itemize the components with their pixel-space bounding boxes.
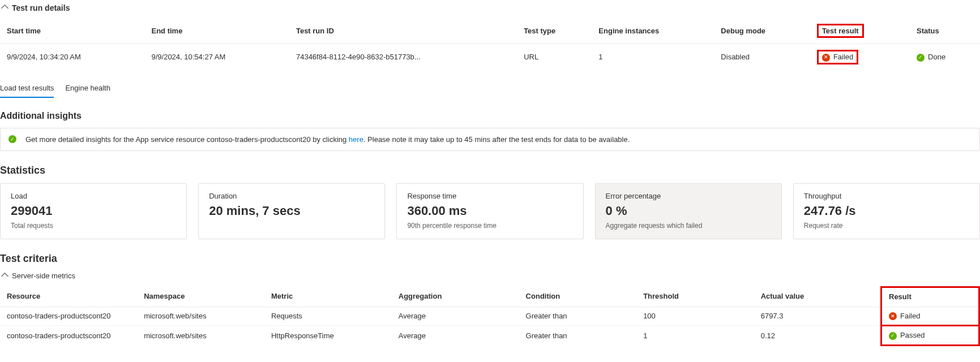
server-side-metrics-toggle[interactable]: Server-side metrics xyxy=(0,272,980,281)
result-tabs: Load test results Engine health xyxy=(0,80,980,98)
table-row: contoso-traders-productscont20microsoft.… xyxy=(0,307,979,326)
cell-start-time: 9/9/2024, 10:34:20 AM xyxy=(0,44,144,70)
chevron-up-icon xyxy=(2,3,7,12)
table-row: contoso-traders-productscont20microsoft.… xyxy=(0,326,979,346)
statistics-heading: Statistics xyxy=(0,165,980,176)
test-result-value-highlight: ✕Failed xyxy=(817,50,858,64)
cell-status: ✓Done xyxy=(910,44,980,70)
cell-actual: 0.12 xyxy=(754,326,881,346)
cell-test-result: ✕Failed xyxy=(810,44,910,70)
tab-engine-health[interactable]: Engine health xyxy=(65,80,110,98)
col-aggregation: Aggregation xyxy=(392,287,519,307)
test-run-details-title: Test run details xyxy=(12,3,70,12)
insight-link[interactable]: here xyxy=(349,135,363,144)
success-icon: ✓ xyxy=(889,332,897,340)
fail-icon: ✕ xyxy=(822,54,830,62)
col-actual: Actual value xyxy=(754,287,881,307)
table-row: 9/9/2024, 10:34:20 AM 9/9/2024, 10:54:27… xyxy=(0,44,980,70)
success-icon: ✓ xyxy=(8,135,16,143)
col-resource: Resource xyxy=(0,287,137,307)
cell-threshold: 1 xyxy=(636,326,754,346)
stat-card-load: Load 299041 Total requests xyxy=(0,183,187,239)
cell-result: ✓Passed xyxy=(881,326,979,346)
col-metric: Metric xyxy=(264,287,392,307)
chevron-up-icon xyxy=(2,272,7,281)
cell-resource: contoso-traders-productscont20 xyxy=(0,326,137,346)
cell-test-type: URL xyxy=(517,44,592,70)
tab-load-test-results[interactable]: Load test results xyxy=(0,80,54,98)
criteria-table: Resource Namespace Metric Aggregation Co… xyxy=(0,286,980,346)
col-engine-instances: Engine instances xyxy=(592,18,714,44)
cell-aggregation: Average xyxy=(392,307,519,326)
col-start-time: Start time xyxy=(0,18,144,44)
server-side-metrics-label: Server-side metrics xyxy=(12,272,75,280)
cell-result: ✕Failed xyxy=(881,307,979,326)
stat-card-duration: Duration 20 mins, 7 secs xyxy=(198,183,385,239)
insight-banner: ✓ Get more detailed insights for the App… xyxy=(0,128,980,151)
cell-aggregation: Average xyxy=(392,326,519,346)
success-icon: ✓ xyxy=(917,54,925,62)
test-run-details-table: Start time End time Test run ID Test typ… xyxy=(0,18,980,70)
col-test-type: Test type xyxy=(517,18,592,44)
col-test-run-id: Test run ID xyxy=(289,18,517,44)
stat-card-response: Response time 360.00 ms 90th percentile … xyxy=(396,183,583,239)
cell-end-time: 9/9/2024, 10:54:27 AM xyxy=(144,44,289,70)
cell-test-run-id: 74346f84-8112-4e90-8632-b51773b... xyxy=(289,44,517,70)
cell-condition: Greater than xyxy=(519,326,637,346)
cell-resource: contoso-traders-productscont20 xyxy=(0,307,137,326)
cell-namespace: microsoft.web/sites xyxy=(137,326,264,346)
insight-text: Get more detailed insights for the App s… xyxy=(25,135,630,144)
col-threshold: Threshold xyxy=(636,287,754,307)
col-namespace: Namespace xyxy=(137,287,264,307)
stat-card-throughput: Throughput 247.76 /s Request rate xyxy=(793,183,980,239)
col-end-time: End time xyxy=(144,18,289,44)
stat-card-error: Error percentage 0 % Aggregate requests … xyxy=(595,183,782,239)
statistics-cards: Load 299041 Total requests Duration 20 m… xyxy=(0,183,980,239)
cell-engine-instances: 1 xyxy=(592,44,714,70)
test-criteria-heading: Test criteria xyxy=(0,253,980,265)
col-status: Status xyxy=(910,18,980,44)
cell-threshold: 100 xyxy=(636,307,754,326)
col-debug-mode: Debug mode xyxy=(714,18,810,44)
cell-metric: HttpResponseTime xyxy=(264,326,392,346)
additional-insights-heading: Additional insights xyxy=(0,111,980,121)
cell-metric: Requests xyxy=(264,307,392,326)
test-run-details-toggle[interactable]: Test run details xyxy=(0,0,980,16)
cell-debug-mode: Disabled xyxy=(714,44,810,70)
col-condition: Condition xyxy=(519,287,637,307)
col-result: Result xyxy=(881,287,979,307)
col-test-result: Test result xyxy=(810,18,910,44)
fail-icon: ✕ xyxy=(889,312,897,320)
cell-condition: Greater than xyxy=(519,307,637,326)
cell-actual: 6797.3 xyxy=(754,307,881,326)
cell-namespace: microsoft.web/sites xyxy=(137,307,264,326)
test-result-header-highlight: Test result xyxy=(817,24,864,38)
